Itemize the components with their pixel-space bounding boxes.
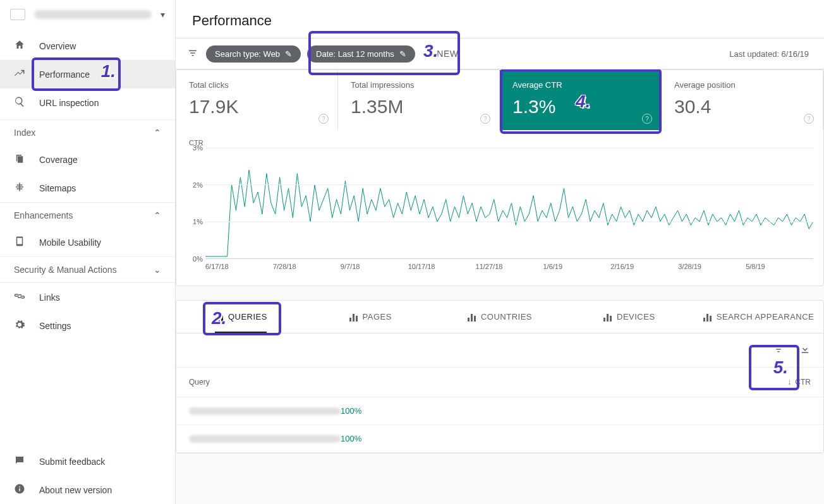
bar-chart-icon	[349, 313, 358, 321]
link-icon	[14, 291, 25, 304]
content-scroll[interactable]: Total clicks17.9K?Total impressions1.35M…	[176, 69, 824, 504]
metric-total-clicks[interactable]: Total clicks17.9K?	[176, 70, 338, 130]
nav-mobile-usability[interactable]: Mobile Usability	[0, 228, 175, 256]
x-axis: 6/17/187/28/189/7/1810/17/1811/27/181/6/…	[205, 259, 813, 270]
last-updated: Last updated: 6/16/19	[729, 49, 814, 59]
col-header-query[interactable]: Query	[189, 378, 787, 387]
bar-chart-icon	[703, 313, 712, 321]
sidebar: ▾ Overview Performance 1. URL inspection…	[0, 0, 176, 504]
tab-bar: QUERIESPAGESCOUNTRIESDEVICESSEARCH APPEA…	[176, 301, 823, 333]
tab-label: QUERIES	[228, 312, 267, 321]
nav-performance[interactable]: Performance 1.	[0, 60, 175, 88]
property-selector[interactable]: ▾	[0, 0, 175, 29]
tab-pages[interactable]: PAGES	[306, 301, 435, 333]
section-title: Enhancements	[14, 210, 73, 220]
nav-links[interactable]: Links	[0, 283, 175, 311]
info-icon	[14, 483, 25, 496]
x-tick: 11/27/18	[476, 263, 543, 270]
plot-area	[205, 148, 813, 259]
nav-label: Links	[39, 292, 60, 303]
section-enhancements[interactable]: Enhancements ⌃	[0, 202, 175, 228]
feedback-icon	[14, 455, 25, 468]
tab-queries[interactable]: QUERIES	[176, 301, 306, 333]
tab-label: SEARCH APPEARANCE	[717, 312, 814, 321]
x-tick: 10/17/18	[408, 263, 476, 270]
chevron-down-icon: ⌄	[154, 265, 161, 275]
table-row[interactable]: 100%	[176, 397, 823, 425]
filter-icon[interactable]	[186, 47, 200, 61]
help-icon[interactable]: ?	[642, 114, 652, 124]
metric-label: Average position	[674, 80, 810, 90]
nav-label: Performance	[39, 69, 90, 80]
nav-label: About new version	[39, 485, 112, 495]
nav-settings[interactable]: Settings	[0, 311, 175, 340]
nav-label: URL inspection	[39, 98, 99, 108]
new-filter-button[interactable]: + NEW	[421, 45, 465, 63]
edit-icon: ✎	[399, 49, 406, 59]
y-tick: 0%	[193, 255, 203, 263]
sort-down-icon: ↓	[787, 378, 791, 387]
section-title: Security & Manual Actions	[14, 265, 117, 275]
nav-main: Overview Performance 1. URL inspection	[0, 29, 175, 119]
table-row[interactable]: 100%	[176, 425, 823, 453]
metrics-card: Total clicks17.9K?Total impressions1.35M…	[176, 69, 824, 286]
section-security[interactable]: Security & Manual Actions ⌄	[0, 256, 175, 282]
tab-countries[interactable]: COUNTRIES	[435, 301, 565, 333]
metric-value: 1.35M	[351, 96, 487, 117]
query-obscured	[189, 407, 341, 415]
ctr-value: 100%	[341, 406, 361, 416]
metric-value: 17.9K	[189, 96, 325, 117]
copy-icon	[14, 153, 25, 166]
nav-coverage[interactable]: Coverage	[0, 145, 175, 174]
filter-icon[interactable]	[773, 344, 784, 357]
table-toolbar	[176, 333, 823, 367]
metric-value: 1.3%	[512, 96, 648, 117]
tab-label: PAGES	[363, 312, 392, 321]
tab-devices[interactable]: DEVICES	[564, 301, 694, 333]
nav-label: Settings	[39, 321, 71, 331]
chart-title: CTR	[189, 139, 813, 147]
help-icon[interactable]: ?	[318, 114, 329, 124]
tab-search-appearance[interactable]: SEARCH APPEARANCE	[694, 301, 823, 333]
help-icon[interactable]: ?	[804, 114, 814, 124]
download-icon[interactable]	[799, 344, 811, 357]
edit-icon: ✎	[285, 49, 292, 59]
metric-average-ctr[interactable]: Average CTR1.3%?	[500, 70, 662, 130]
col-header-ctr[interactable]: ↓ CTR	[787, 378, 811, 387]
property-url-obscured	[34, 10, 152, 19]
help-icon[interactable]: ?	[480, 114, 490, 124]
metrics-row: Total clicks17.9K?Total impressions1.35M…	[176, 70, 823, 130]
metric-average-position[interactable]: Average position30.4?	[662, 70, 823, 130]
nav-overview[interactable]: Overview	[0, 32, 175, 60]
metric-label: Total clicks	[189, 80, 325, 90]
bar-chart-icon	[603, 313, 612, 321]
table-body: 100%100%	[176, 397, 823, 453]
trending-up-icon	[14, 68, 25, 81]
sitemap-icon	[14, 181, 25, 195]
col-header-ctr-label: CTR	[795, 378, 811, 387]
section-index[interactable]: Index ⌃	[0, 119, 175, 145]
gear-icon	[14, 319, 25, 332]
tab-label: DEVICES	[617, 312, 655, 321]
nav-feedback[interactable]: Submit feedback	[0, 447, 175, 476]
nav-about[interactable]: About new version	[0, 476, 175, 504]
nav-url-inspection[interactable]: URL inspection	[0, 88, 175, 117]
ctr-value: 100%	[341, 434, 361, 443]
nav-label: Overview	[39, 41, 76, 51]
chip-search-type[interactable]: Search type: Web ✎	[206, 45, 301, 63]
x-tick: 6/17/18	[205, 263, 273, 270]
nav-sitemaps[interactable]: Sitemaps	[0, 174, 175, 202]
annotation-number-1: 1.	[101, 61, 116, 81]
metric-label: Total impressions	[351, 80, 487, 90]
search-icon	[14, 96, 25, 109]
metric-total-impressions[interactable]: Total impressions1.35M?	[338, 70, 500, 130]
new-label: NEW	[437, 49, 458, 59]
x-tick: 2/16/19	[610, 263, 678, 270]
query-obscured	[189, 435, 341, 443]
chip-date[interactable]: Date: Last 12 months ✎	[307, 45, 415, 63]
metric-value: 30.4	[674, 96, 810, 117]
main: Performance Search type: Web ✎ Date: Las…	[176, 0, 824, 504]
chart-area: CTR 3%2%1%0% 6/17/187/28/189/7/1810/17/1…	[176, 130, 823, 285]
table-header: Query ↓ CTR 5.	[176, 367, 823, 397]
chevron-down-icon: ▾	[161, 9, 165, 20]
